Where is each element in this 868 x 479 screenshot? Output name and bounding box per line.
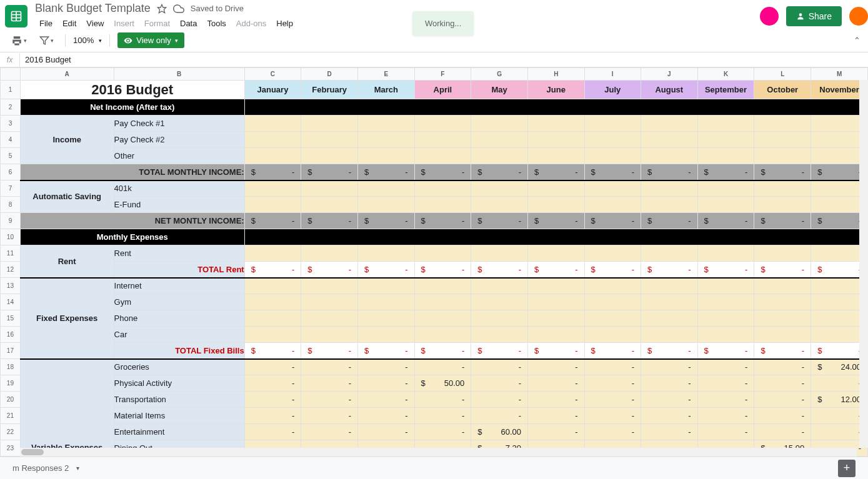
fixed-item[interactable]: Gym [114,294,244,310]
row-hdr[interactable]: 13 [1,278,21,294]
section-expenses[interactable]: Monthly Expenses [20,229,244,245]
row-hdr[interactable]: 12 [1,262,21,278]
net-monthly-income-label[interactable]: NET MONTLY INCOME: [20,213,244,229]
total-fixed-label[interactable]: TOTAL Fixed Bills [114,343,244,359]
menu-help[interactable]: Help [272,16,297,31]
corner-cell[interactable] [1,68,21,81]
row-hdr[interactable]: 23 [1,440,21,457]
income-item[interactable]: Other [114,148,244,164]
section-net-income[interactable]: Net Income (After tax) [20,99,244,116]
label-variable[interactable]: Variable Expenses [20,359,114,457]
variable-item[interactable]: Transportation [114,392,244,408]
col-hdr-H[interactable]: H [528,68,584,81]
row-hdr[interactable]: 16 [1,327,21,343]
print-icon[interactable]: ▾ [7,32,31,49]
row-hdr[interactable]: 5 [1,148,21,164]
menu-edit[interactable]: Edit [58,16,81,31]
row-hdr[interactable]: 11 [1,245,21,262]
month-jul[interactable]: July [584,81,641,99]
row-hdr[interactable]: 19 [1,375,21,392]
label-saving[interactable]: Automatic Saving [20,180,114,213]
label-fixed[interactable]: Fixed Expenses [20,278,114,359]
col-hdr-D[interactable]: D [301,68,358,81]
variable-item[interactable]: Groceries [114,359,244,375]
income-item[interactable]: Pay Check #2 [114,132,244,148]
row-hdr[interactable]: 10 [1,229,21,245]
row-hdr[interactable]: 9 [1,213,21,229]
row-hdr[interactable]: 20 [1,392,21,408]
label-rent[interactable]: Rent [20,245,114,278]
filter-icon[interactable]: ▾ [36,33,57,48]
row-hdr[interactable]: 14 [1,294,21,310]
month-may[interactable]: May [471,81,528,99]
col-hdr-A[interactable]: A [20,68,114,81]
budget-title[interactable]: 2016 Budget [20,81,244,99]
collaborator-avatar[interactable] [760,7,779,26]
month-jun[interactable]: June [528,81,584,99]
star-icon[interactable] [157,4,167,14]
save-status: Saved to Drive [191,4,244,13]
col-hdr-F[interactable]: F [414,68,471,81]
col-hdr-K[interactable]: K [697,68,754,81]
menu-view[interactable]: View [82,16,108,31]
row-hdr[interactable]: 1 [1,81,21,99]
collapse-toolbar-icon[interactable]: ⌃ [854,36,861,45]
variable-item[interactable]: Physical Activity [114,375,244,392]
fixed-item[interactable]: Phone [114,310,244,327]
formula-input[interactable]: 2016 Budget [20,55,868,64]
menu-tools[interactable]: Tools [202,16,230,31]
row-hdr[interactable]: 2 [1,99,21,116]
saving-item[interactable]: 401k [114,180,244,197]
month-sep[interactable]: September [697,81,754,99]
col-hdr-E[interactable]: E [358,68,415,81]
month-feb[interactable]: February [301,81,358,99]
row-hdr[interactable]: 4 [1,132,21,148]
col-hdr-J[interactable]: J [641,68,697,81]
income-item[interactable]: Pay Check #1 [114,116,244,132]
month-apr[interactable]: April [414,81,471,99]
horizontal-scrollbar[interactable] [20,448,857,457]
entertain-may[interactable]: $60.00 [471,424,528,440]
sheet-container[interactable]: A B C D E F G H I J K L M 1 2016 Budget … [0,67,868,457]
col-hdr-C[interactable]: C [244,68,301,81]
row-hdr[interactable]: 3 [1,116,21,132]
user-avatar[interactable] [849,7,868,26]
row-hdr[interactable]: 18 [1,359,21,375]
menu-data[interactable]: Data [176,16,201,31]
rent-item[interactable]: Rent [114,245,244,262]
total-rent-label[interactable]: TOTAL Rent [114,262,244,278]
saving-item[interactable]: E-Fund [114,197,244,213]
cloud-icon[interactable] [173,3,184,14]
physical-apr[interactable]: $50.00 [414,375,471,392]
row-hdr[interactable]: 22 [1,424,21,440]
vertical-scrollbar[interactable] [859,80,868,448]
variable-item[interactable]: Entertainment [114,424,244,440]
month-jan[interactable]: January [244,81,301,99]
fixed-item[interactable]: Car [114,327,244,343]
spreadsheet-grid[interactable]: A B C D E F G H I J K L M 1 2016 Budget … [0,67,868,457]
share-button[interactable]: Share [786,6,842,26]
col-hdr-B[interactable]: B [114,68,244,81]
row-hdr[interactable]: 6 [1,164,21,180]
col-hdr-M[interactable]: M [811,68,868,81]
row-hdr[interactable]: 21 [1,408,21,424]
label-income[interactable]: Income [20,116,114,164]
month-aug[interactable]: August [641,81,697,99]
app-logo[interactable] [5,5,27,27]
row-hdr[interactable]: 7 [1,180,21,197]
view-only-button[interactable]: View only ▾ [117,32,184,48]
col-hdr-G[interactable]: G [471,68,528,81]
col-hdr-L[interactable]: L [754,68,811,81]
fixed-item[interactable]: Internet [114,278,244,294]
month-mar[interactable]: March [358,81,415,99]
menu-file[interactable]: File [35,16,57,31]
doc-title[interactable]: Blank Budget Template [35,2,151,15]
zoom-select[interactable]: 100%▾ [73,36,102,45]
row-hdr[interactable]: 15 [1,310,21,327]
row-hdr[interactable]: 8 [1,197,21,213]
col-hdr-I[interactable]: I [584,68,641,81]
total-monthly-income-label[interactable]: TOTAL MONTHLY INCOME: [20,164,244,180]
month-oct[interactable]: October [754,81,811,99]
row-hdr[interactable]: 17 [1,343,21,359]
variable-item[interactable]: Material Items [114,408,244,424]
